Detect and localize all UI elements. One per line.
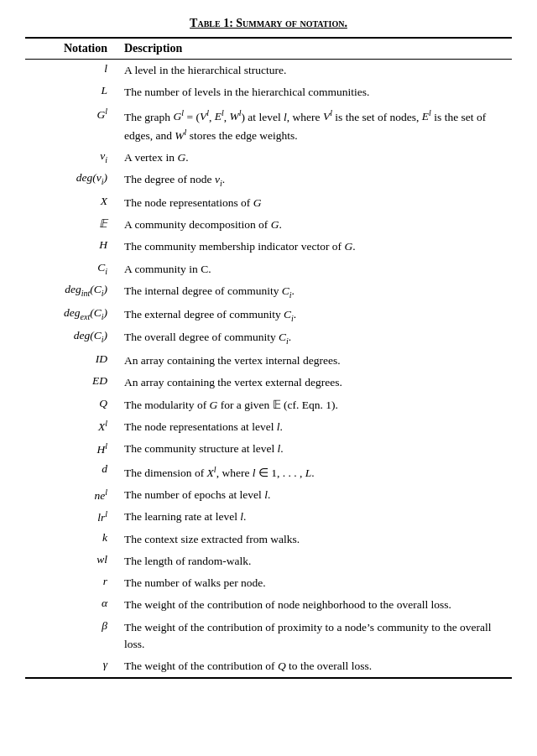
description-cell: The learning rate at level l. xyxy=(117,506,512,528)
notation-cell: k xyxy=(25,529,117,550)
description-cell: The modularity of G for a given 𝔼 (cf. E… xyxy=(117,394,512,416)
description-cell: A level in the hierarchical structure. xyxy=(117,60,512,82)
table-row: γThe weight of the contribution of Q to … xyxy=(25,655,512,678)
notation-cell: wl xyxy=(25,550,117,572)
table-row: rThe number of walks per node. xyxy=(25,572,512,594)
table-row: LThe number of levels in the hierarchica… xyxy=(25,81,512,103)
table-row: IDAn array containing the vertex interna… xyxy=(25,350,512,372)
table-row: HThe community membership indicator vect… xyxy=(25,236,512,258)
description-cell: The number of epochs at level l. xyxy=(117,484,512,506)
description-cell: An array containing the vertex internal … xyxy=(117,350,512,372)
description-cell: The length of random-walk. xyxy=(117,550,512,572)
notation-cell: H xyxy=(25,236,117,258)
notation-cell: Q xyxy=(25,394,117,416)
col-header-notation: Notation xyxy=(25,38,117,60)
notation-cell: Hl xyxy=(25,438,117,460)
notation-cell: ID xyxy=(25,350,117,372)
notation-cell: deg(vi) xyxy=(25,169,117,192)
description-cell: The weight of the contribution of proxim… xyxy=(117,617,512,656)
description-cell: The graph Gl = (Vl, El, Wl) at level l, … xyxy=(117,104,512,148)
notation-cell: X xyxy=(25,192,117,214)
table-row: XThe node representations of G xyxy=(25,192,512,214)
description-cell: The number of levels in the hierarchical… xyxy=(117,81,512,103)
table-row: GlThe graph Gl = (Vl, El, Wl) at level l… xyxy=(25,104,512,148)
table-row: EDAn array containing the vertex externa… xyxy=(25,372,512,394)
table-row: lA level in the hierarchical structure. xyxy=(25,60,512,82)
description-cell: A vertex in G. xyxy=(117,147,512,169)
table-row: deg(Ci)The overall degree of community C… xyxy=(25,326,512,350)
table-row: βThe weight of the contribution of proxi… xyxy=(25,617,512,656)
description-cell: The weight of the contribution of Q to t… xyxy=(117,655,512,678)
description-cell: A community in C. xyxy=(117,258,512,280)
description-cell: The weight of the contribution of node n… xyxy=(117,594,512,616)
notation-cell: r xyxy=(25,572,117,594)
description-cell: The context size extracted from walks. xyxy=(117,529,512,550)
description-cell: The internal degree of community Ci. xyxy=(117,280,512,304)
notation-cell: Gl xyxy=(25,104,117,148)
notation-cell: α xyxy=(25,594,117,616)
description-cell: The dimension of Xl, where l ∈ 1, . . . … xyxy=(117,460,512,484)
notation-cell: L xyxy=(25,81,117,103)
description-cell: The degree of node vi. xyxy=(117,169,512,192)
description-cell: The node representations of G xyxy=(117,192,512,214)
table-row: nelThe number of epochs at level l. xyxy=(25,484,512,506)
table-row: QThe modularity of G for a given 𝔼 (cf. … xyxy=(25,394,512,416)
notation-cell: 𝔼 xyxy=(25,214,117,236)
notation-cell: nel xyxy=(25,484,117,506)
notation-cell: lrl xyxy=(25,506,117,528)
notation-cell: vi xyxy=(25,147,117,169)
description-cell: The community membership indicator vecto… xyxy=(117,236,512,258)
description-cell: The node representations at level l. xyxy=(117,416,512,438)
table-row: lrlThe learning rate at level l. xyxy=(25,506,512,528)
notation-cell: l xyxy=(25,60,117,82)
table-row: viA vertex in G. xyxy=(25,147,512,169)
notation-cell: ED xyxy=(25,372,117,394)
description-cell: A community decomposition of G. xyxy=(117,214,512,236)
table-row: degext(Ci)The external degree of communi… xyxy=(25,304,512,327)
description-cell: The external degree of community Ci. xyxy=(117,304,512,327)
table-row: deg(vi)The degree of node vi. xyxy=(25,169,512,192)
table-row: wlThe length of random-walk. xyxy=(25,550,512,572)
notation-cell: d xyxy=(25,460,117,484)
col-header-description: Description xyxy=(117,38,512,60)
notation-cell: γ xyxy=(25,655,117,678)
table-title: Table 1: Summary of notation. xyxy=(25,17,512,30)
table-row: CiA community in C. xyxy=(25,258,512,280)
description-cell: The number of walks per node. xyxy=(117,572,512,594)
table-row: degint(Ci)The internal degree of communi… xyxy=(25,280,512,304)
table-row: αThe weight of the contribution of node … xyxy=(25,594,512,616)
table-row: dThe dimension of Xl, where l ∈ 1, . . .… xyxy=(25,460,512,484)
description-cell: The community structure at level l. xyxy=(117,438,512,460)
description-cell: An array containing the vertex external … xyxy=(117,372,512,394)
table-row: XlThe node representations at level l. xyxy=(25,416,512,438)
notation-cell: Ci xyxy=(25,258,117,280)
notation-table: Notation Description lA level in the hie… xyxy=(25,37,512,679)
notation-cell: degint(Ci) xyxy=(25,280,117,304)
notation-cell: degext(Ci) xyxy=(25,304,117,327)
description-cell: The overall degree of community Ci. xyxy=(117,326,512,350)
notation-cell: deg(Ci) xyxy=(25,326,117,350)
table-row: HlThe community structure at level l. xyxy=(25,438,512,460)
table-row: 𝔼A community decomposition of G. xyxy=(25,214,512,236)
notation-cell: β xyxy=(25,617,117,656)
notation-cell: Xl xyxy=(25,416,117,438)
table-row: kThe context size extracted from walks. xyxy=(25,529,512,550)
